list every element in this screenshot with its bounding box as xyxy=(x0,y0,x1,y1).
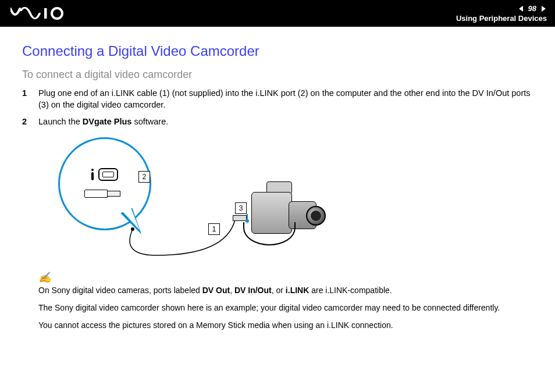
firewire-port-icon xyxy=(98,168,118,181)
text-run: , xyxy=(230,286,234,295)
page-subtitle: To connect a digital video camcorder xyxy=(22,69,533,81)
page-number-row: 98 xyxy=(518,4,547,13)
port-label: DV In/Out xyxy=(234,286,272,295)
cable-plug-icon xyxy=(84,188,125,199)
text-run: software. xyxy=(131,117,168,126)
text-run: are i.LINK-compatible. xyxy=(309,286,392,295)
svg-rect-0 xyxy=(44,8,47,19)
section-label: Using Peripheral Devices xyxy=(456,14,547,23)
connection-diagram: 2 1 3 xyxy=(40,137,313,263)
callout-balloon-port xyxy=(58,137,151,230)
note-line-1: On Sony digital video cameras, ports lab… xyxy=(38,285,533,295)
page-content: Connecting a Digital Video Camcorder To … xyxy=(0,27,555,349)
ilink-logo-icon xyxy=(91,169,94,180)
step-2: 2 Launch the DVgate Plus software. xyxy=(22,116,533,128)
ilink-port-symbol xyxy=(91,168,118,181)
header-right: 98 Using Peripheral Devices xyxy=(456,4,547,23)
prev-page-arrow-icon[interactable] xyxy=(518,5,525,12)
step-text: Launch the DVgate Plus software. xyxy=(38,116,533,128)
step-text: Plug one end of an i.LINK cable (1) (not… xyxy=(38,88,533,111)
note-line-2: The Sony digital video camcorder shown h… xyxy=(38,302,533,313)
step-number: 1 xyxy=(22,88,30,111)
svg-point-1 xyxy=(52,8,62,19)
diagram-callout-2: 2 xyxy=(138,171,150,183)
text-run: On Sony digital video cameras, ports lab… xyxy=(38,286,202,295)
note-line-3: You cannot access the pictures stored on… xyxy=(38,320,533,330)
steps-list: 1 Plug one end of an i.LINK cable (1) (n… xyxy=(22,88,533,128)
page-number: 98 xyxy=(528,4,536,13)
page-header: 98 Using Peripheral Devices xyxy=(0,0,555,27)
next-page-arrow-icon[interactable] xyxy=(540,5,547,12)
diagram-callout-1: 1 xyxy=(208,223,220,235)
text-run: , or xyxy=(272,286,286,295)
port-label: DV Out xyxy=(202,286,230,295)
text-run: Launch the xyxy=(38,117,83,126)
port-label: i.LINK xyxy=(286,286,309,295)
software-name: DVgate Plus xyxy=(83,117,132,126)
page-title: Connecting a Digital Video Camcorder xyxy=(22,43,533,59)
note-icon: ✍ xyxy=(38,271,533,284)
vaio-logo xyxy=(10,6,66,20)
step-number: 2 xyxy=(22,116,30,128)
camcorder-illustration xyxy=(237,178,319,248)
notes-block: On Sony digital video cameras, ports lab… xyxy=(38,285,533,331)
step-1: 1 Plug one end of an i.LINK cable (1) (n… xyxy=(22,88,533,111)
